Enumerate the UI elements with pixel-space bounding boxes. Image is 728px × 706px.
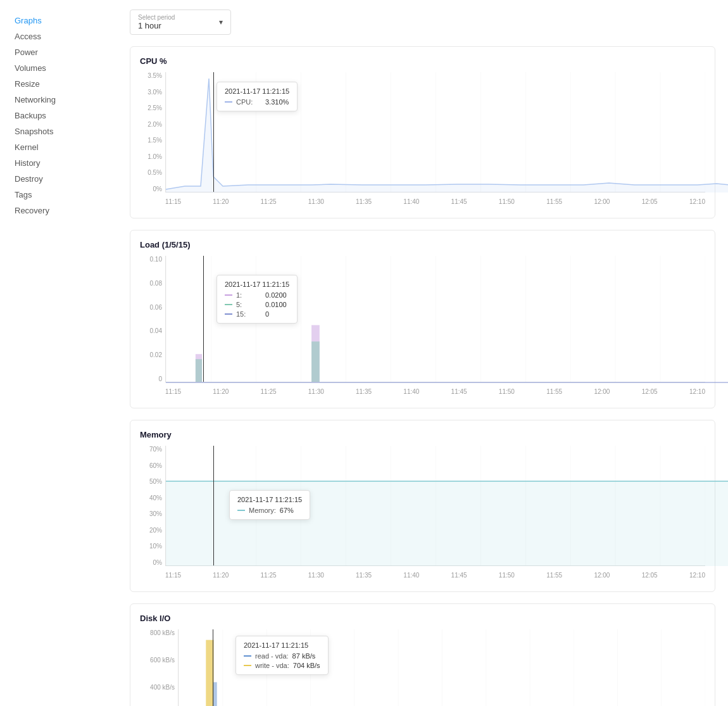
disk-write-dot: [244, 665, 251, 666]
load-y-axis: 0.10 0.08 0.06 0.04 0.02 0: [140, 256, 165, 382]
load-tooltip-row-0: 1: 0.0200: [225, 291, 289, 299]
sidebar-item-graphs[interactable]: Graphs: [9, 13, 108, 28]
disk-read-dot: [244, 655, 251, 657]
disk-tooltip: 2021-11-17 11:21:15 read - vda: 87 kB/s …: [235, 636, 329, 675]
sidebar-item-snapshots[interactable]: Snapshots: [9, 123, 108, 139]
load-tooltip-value-5: 0.0100: [265, 301, 287, 308]
period-value: 1 hour: [138, 21, 161, 30]
cpu-chart-body: 2021-11-17 11:21:15 CPU: 3.310%: [165, 72, 705, 192]
disk-tooltip-time: 2021-11-17 11:21:15: [244, 641, 320, 649]
disk-tooltip-row-read: read - vda: 87 kB/s: [244, 652, 320, 660]
main-content: Select period 1 hour ▾ CPU % 3.5% 3.0% 2…: [117, 0, 728, 706]
memory-chart-area: 70% 60% 50% 40% 30% 20% 10% 0%: [140, 446, 705, 585]
disk-chart-body: 2021-11-17 11:21:15 read - vda: 87 kB/s …: [178, 629, 705, 706]
sidebar-item-tags[interactable]: Tags: [9, 187, 108, 203]
disk-read-value: 87 kB/s: [292, 652, 316, 660]
cpu-x-axis: 11:15 11:20 11:25 11:30 11:35 11:40 11:4…: [165, 196, 705, 211]
sidebar-item-volumes[interactable]: Volumes: [9, 60, 108, 76]
disk-chart-card: Disk I/O 800 kB/s 600 kB/s 400 kB/s 200 …: [130, 603, 715, 706]
memory-chart-title: Memory: [140, 430, 705, 439]
memory-chart-body: 2021-11-17 11:21:15 Memory: 67%: [165, 446, 705, 566]
load-chart-title: Load (1/5/15): [140, 240, 705, 249]
memory-tooltip-row-0: Memory: 67%: [237, 507, 302, 514]
memory-tooltip: 2021-11-17 11:21:15 Memory: 67%: [229, 490, 310, 520]
load-legend-1-dot: [225, 294, 232, 296]
svg-rect-4: [196, 359, 202, 382]
cpu-chart-card: CPU % 3.5% 3.0% 2.5% 2.0% 1.5% 1.0% 0.5%…: [130, 46, 715, 218]
cpu-tooltip-label: CPU:: [236, 98, 261, 106]
disk-write-label: write - vda:: [255, 662, 289, 669]
sidebar-item-resize[interactable]: Resize: [9, 76, 108, 92]
sidebar-item-backups[interactable]: Backups: [9, 108, 108, 123]
cpu-chart-title: CPU %: [140, 56, 705, 66]
memory-legend-dot: [237, 510, 245, 511]
memory-y-axis: 70% 60% 50% 40% 30% 20% 10% 0%: [140, 446, 165, 566]
load-legend-15-dot: [225, 313, 232, 315]
disk-chart-title: Disk I/O: [140, 614, 705, 623]
disk-read-label: read - vda:: [255, 652, 289, 660]
load-tooltip-label-15: 15:: [236, 310, 261, 318]
disk-vertical-line: [213, 629, 213, 706]
disk-write-value: 704 kB/s: [293, 662, 320, 669]
cpu-y-axis: 3.5% 3.0% 2.5% 2.0% 1.5% 1.0% 0.5% 0%: [140, 72, 165, 192]
cpu-chart-area: 3.5% 3.0% 2.5% 2.0% 1.5% 1.0% 0.5% 0%: [140, 72, 705, 211]
sidebar-item-history[interactable]: History: [9, 155, 108, 171]
load-tooltip-row-1: 5: 0.0100: [225, 301, 289, 308]
load-tooltip-value-15: 0: [265, 310, 269, 318]
memory-tooltip-label: Memory:: [249, 507, 276, 514]
period-selector[interactable]: Select period 1 hour ▾: [130, 9, 231, 35]
load-x-axis: 11:15 11:20 11:25 11:30 11:35 11:40 11:4…: [165, 386, 705, 401]
svg-rect-5: [311, 341, 320, 382]
memory-chart-card: Memory 70% 60% 50% 40% 30% 20% 10% 0%: [130, 420, 715, 592]
cpu-legend-dot: [225, 101, 232, 103]
load-chart-area: 0.10 0.08 0.06 0.04 0.02 0: [140, 256, 705, 401]
load-tooltip-value-1: 0.0200: [265, 291, 287, 299]
cpu-tooltip-time: 2021-11-17 11:21:15: [225, 87, 289, 95]
cpu-tooltip: 2021-11-17 11:21:15 CPU: 3.310%: [217, 82, 298, 111]
load-tooltip-label-5: 5:: [236, 301, 261, 308]
load-tooltip-row-2: 15: 0: [225, 310, 289, 318]
cpu-vertical-line: [213, 72, 214, 192]
memory-vertical-line: [213, 446, 214, 565]
memory-tooltip-value: 67%: [280, 507, 294, 514]
load-tooltip-time: 2021-11-17 11:21:15: [225, 281, 289, 288]
sidebar-item-kernel[interactable]: Kernel: [9, 139, 108, 155]
memory-x-axis: 11:15 11:20 11:25 11:30 11:35 11:40 11:4…: [165, 569, 705, 585]
svg-rect-10: [213, 682, 217, 706]
sidebar-item-networking[interactable]: Networking: [9, 92, 108, 108]
disk-y-axis: 800 kB/s 600 kB/s 400 kB/s 200 kB/s: [140, 629, 178, 706]
cpu-tooltip-value: 3.310%: [265, 98, 289, 106]
sidebar: GraphsAccessPowerVolumesResizeNetworking…: [0, 0, 117, 706]
disk-chart-area: 800 kB/s 600 kB/s 400 kB/s 200 kB/s: [140, 629, 705, 706]
load-vertical-line: [203, 256, 204, 382]
disk-tooltip-row-write: write - vda: 704 kB/s: [244, 662, 320, 669]
period-label: Select period: [138, 14, 219, 21]
sidebar-item-destroy[interactable]: Destroy: [9, 171, 108, 187]
sidebar-item-access[interactable]: Access: [9, 28, 108, 44]
load-chart-body: 2021-11-17 11:21:15 1: 0.0200 5: 0.0100: [165, 256, 705, 382]
load-tooltip-label-1: 1:: [236, 291, 261, 299]
load-chart-card: Load (1/5/15) 0.10 0.08 0.06 0.04 0.02 0: [130, 230, 715, 408]
load-tooltip: 2021-11-17 11:21:15 1: 0.0200 5: 0.0100: [217, 275, 298, 324]
memory-tooltip-time: 2021-11-17 11:21:15: [237, 496, 302, 503]
cpu-tooltip-row-0: CPU: 3.310%: [225, 98, 289, 106]
chevron-down-icon: ▾: [219, 18, 223, 27]
sidebar-item-recovery[interactable]: Recovery: [9, 203, 108, 218]
sidebar-item-power[interactable]: Power: [9, 44, 108, 60]
load-legend-5-dot: [225, 304, 232, 305]
